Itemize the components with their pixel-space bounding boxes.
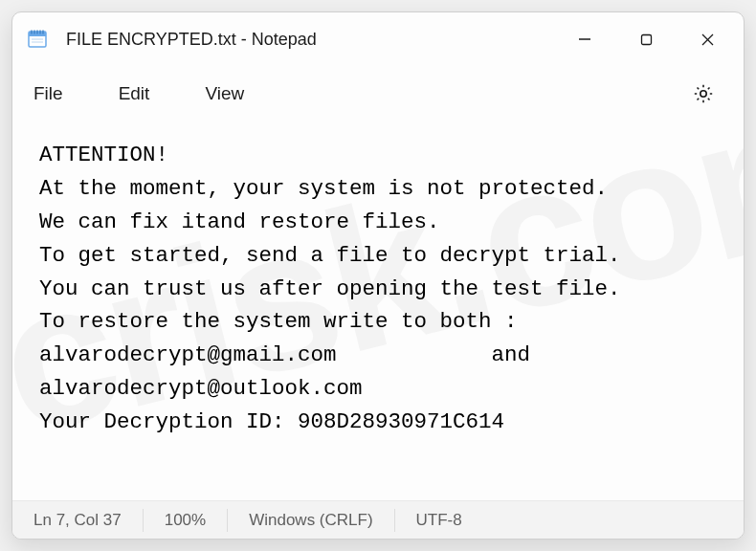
svg-rect-10 xyxy=(641,34,651,44)
window-controls xyxy=(554,12,738,66)
menubar: File Edit View xyxy=(12,66,744,121)
menu-file[interactable]: File xyxy=(33,83,63,104)
statusbar: Ln 7, Col 37 100% Windows (CRLF) UTF-8 xyxy=(12,500,744,539)
menu-view[interactable]: View xyxy=(205,83,244,104)
status-line-ending: Windows (CRLF) xyxy=(228,509,394,532)
status-zoom[interactable]: 100% xyxy=(144,509,228,532)
status-cursor: Ln 7, Col 37 xyxy=(20,509,144,532)
minimize-button[interactable] xyxy=(554,12,615,66)
text-area[interactable]: ATTENTION! At the moment, your system is… xyxy=(12,121,744,500)
notepad-window: pcrisk.com FILE ENCRYPTED.txt - Notepad xyxy=(11,11,745,540)
close-button[interactable] xyxy=(677,12,738,66)
titlebar[interactable]: FILE ENCRYPTED.txt - Notepad xyxy=(12,12,744,66)
svg-point-13 xyxy=(700,91,706,97)
settings-button[interactable] xyxy=(690,80,717,107)
status-encoding: UTF-8 xyxy=(395,509,483,532)
notepad-icon xyxy=(26,28,49,51)
menu-edit[interactable]: Edit xyxy=(119,83,150,104)
maximize-button[interactable] xyxy=(615,12,677,66)
window-title: FILE ENCRYPTED.txt - Notepad xyxy=(66,30,317,50)
